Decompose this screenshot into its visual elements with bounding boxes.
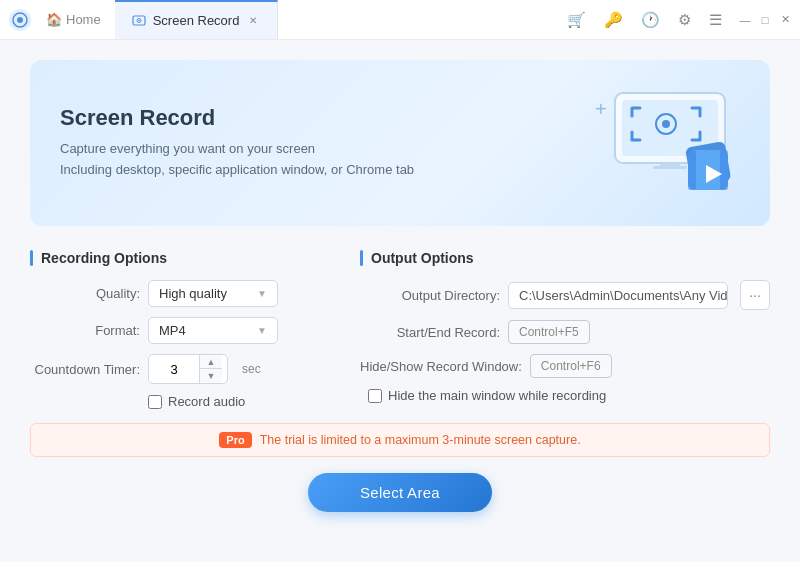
svg-rect-15 [720, 150, 728, 190]
timer-input[interactable] [149, 357, 199, 382]
tab-screen-record-icon [131, 13, 147, 29]
hide-show-row: Hide/Show Record Window: Control+F6 [360, 354, 770, 378]
format-label: Format: [30, 323, 140, 338]
menu-icon[interactable]: ☰ [705, 9, 726, 31]
pro-notice: Pro The trial is limited to a maximum 3-… [30, 423, 770, 457]
hide-show-label: Hide/Show Record Window: [360, 359, 522, 374]
hide-main-checkbox[interactable] [368, 389, 382, 403]
app-logo [8, 8, 32, 32]
recording-options-title: Recording Options [30, 250, 330, 266]
svg-rect-10 [660, 163, 680, 166]
hide-main-label[interactable]: Hide the main window while recording [388, 388, 606, 403]
timer-unit: sec [242, 362, 261, 376]
recording-options-col: Recording Options Quality: High quality … [30, 250, 330, 409]
audio-checkbox-row: Record audio [148, 394, 330, 409]
select-area-button[interactable]: Select Area [308, 473, 492, 512]
quality-row: Quality: High quality ▼ [30, 280, 330, 307]
timer-spinners: ▲ ▼ [199, 355, 222, 383]
start-end-label: Start/End Record: [360, 325, 500, 340]
tabs-area: Screen Record ✕ [115, 0, 339, 39]
home-label: Home [66, 12, 101, 27]
output-dir-row: Output Directory: C:\Users\Admin\Documen… [360, 280, 770, 310]
start-end-shortcut: Control+F5 [508, 320, 590, 344]
options-row: Recording Options Quality: High quality … [30, 250, 770, 409]
hero-banner: Screen Record Capture everything you wan… [30, 60, 770, 226]
hero-desc-line1: Capture everything you want on your scre… [60, 139, 414, 160]
timer-row: Countdown Timer: ▲ ▼ sec [30, 354, 330, 384]
output-dir-value[interactable]: C:\Users\Admin\Documents\Any Video C [508, 282, 728, 309]
quality-value: High quality [159, 286, 249, 301]
svg-point-5 [138, 19, 140, 21]
pro-notice-message: The trial is limited to a maximum 3-minu… [260, 433, 581, 447]
output-section-bar [360, 250, 363, 266]
clock-icon[interactable]: 🕐 [637, 9, 664, 31]
timer-label: Countdown Timer: [30, 362, 140, 377]
window-controls: — □ ✕ [738, 13, 792, 27]
hide-show-shortcut: Control+F6 [530, 354, 612, 378]
pro-badge: Pro [219, 432, 251, 448]
tab-screen-record-label: Screen Record [153, 13, 240, 28]
key-icon[interactable]: 🔑 [600, 9, 627, 31]
timer-control: ▲ ▼ [148, 354, 228, 384]
audio-checkbox[interactable] [148, 395, 162, 409]
format-select[interactable]: MP4 ▼ [148, 317, 278, 344]
section-bar [30, 250, 33, 266]
svg-point-2 [17, 17, 23, 23]
timer-down-button[interactable]: ▼ [200, 369, 222, 383]
format-value: MP4 [159, 323, 249, 338]
quality-select[interactable]: High quality ▼ [148, 280, 278, 307]
audio-label[interactable]: Record audio [168, 394, 245, 409]
tab-screen-record[interactable]: Screen Record ✕ [115, 0, 279, 39]
output-dir-label: Output Directory: [360, 288, 500, 303]
titlebar: 🏠 Home Screen Record ✕ 🛒 🔑 🕐 ⚙ ☰ — □ ✕ [0, 0, 800, 40]
cart-icon[interactable]: 🛒 [563, 9, 590, 31]
hero-text: Screen Record Capture everything you wan… [60, 105, 414, 181]
hero-illustration: + [580, 88, 740, 198]
select-area-btn-area: Select Area [30, 473, 770, 512]
quality-arrow-icon: ▼ [257, 288, 267, 299]
svg-rect-14 [688, 150, 696, 190]
main-content: Screen Record Capture everything you wan… [0, 40, 800, 562]
output-options-title: Output Options [360, 250, 770, 266]
close-button[interactable]: ✕ [778, 13, 792, 27]
home-icon: 🏠 [46, 12, 62, 27]
minimize-button[interactable]: — [738, 13, 752, 27]
start-end-row: Start/End Record: Control+F5 [360, 320, 770, 344]
output-options-col: Output Options Output Directory: C:\User… [360, 250, 770, 409]
tab-close-button[interactable]: ✕ [245, 13, 261, 29]
hero-desc-line2: Including desktop, specific application … [60, 160, 414, 181]
restore-button[interactable]: □ [758, 13, 772, 27]
titlebar-actions: 🛒 🔑 🕐 ⚙ ☰ [563, 9, 734, 31]
hide-main-row: Hide the main window while recording [368, 388, 770, 403]
timer-up-button[interactable]: ▲ [200, 355, 222, 369]
quality-label: Quality: [30, 286, 140, 301]
svg-point-9 [662, 120, 670, 128]
video-badge-icon [680, 138, 740, 198]
output-dir-browse-button[interactable]: ··· [740, 280, 770, 310]
plus-sign: + [595, 98, 607, 121]
home-nav[interactable]: 🏠 Home [36, 8, 111, 31]
format-row: Format: MP4 ▼ [30, 317, 330, 344]
hero-title: Screen Record [60, 105, 414, 131]
format-arrow-icon: ▼ [257, 325, 267, 336]
settings-icon[interactable]: ⚙ [674, 9, 695, 31]
